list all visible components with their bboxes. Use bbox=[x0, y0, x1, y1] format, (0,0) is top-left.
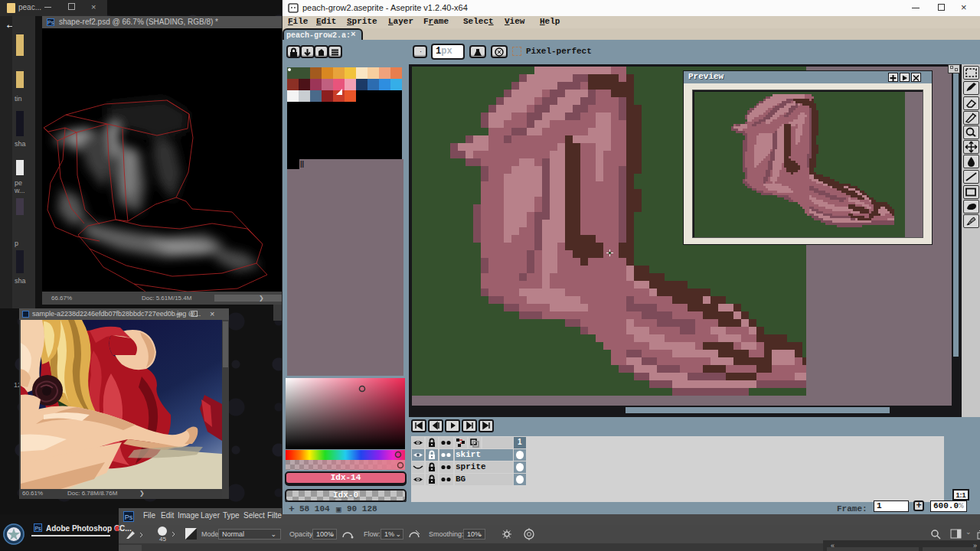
svg-text:45: 45 bbox=[159, 536, 166, 543]
